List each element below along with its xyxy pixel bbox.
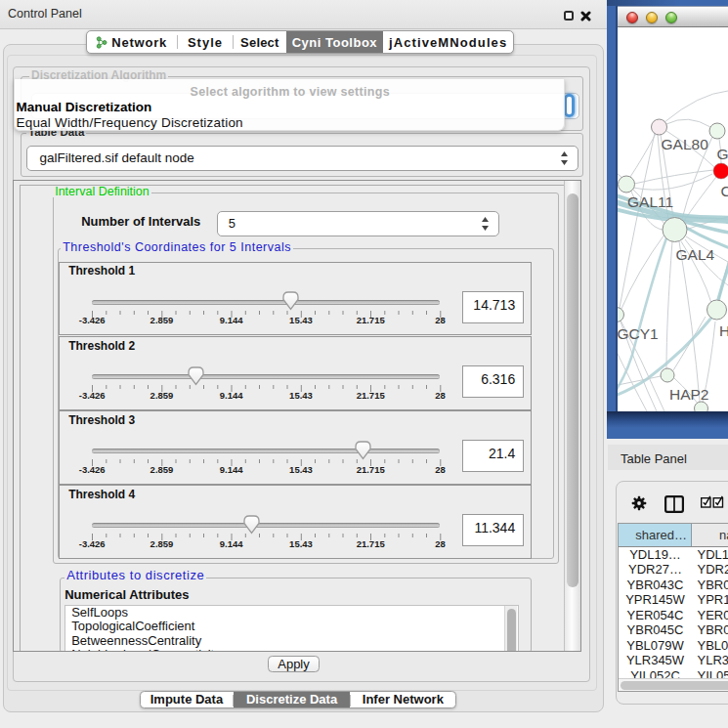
svg-text:GAL11: GAL11	[627, 193, 673, 210]
svg-text:GA: GA	[716, 146, 728, 162]
svg-text:H: H	[719, 322, 728, 339]
svg-text:GAL4: GAL4	[676, 246, 715, 263]
svg-text:C: C	[721, 183, 728, 199]
svg-text:GCY1: GCY1	[618, 325, 659, 342]
svg-text:GAL80: GAL80	[662, 136, 709, 152]
svg-text:HAP2: HAP2	[669, 386, 709, 403]
